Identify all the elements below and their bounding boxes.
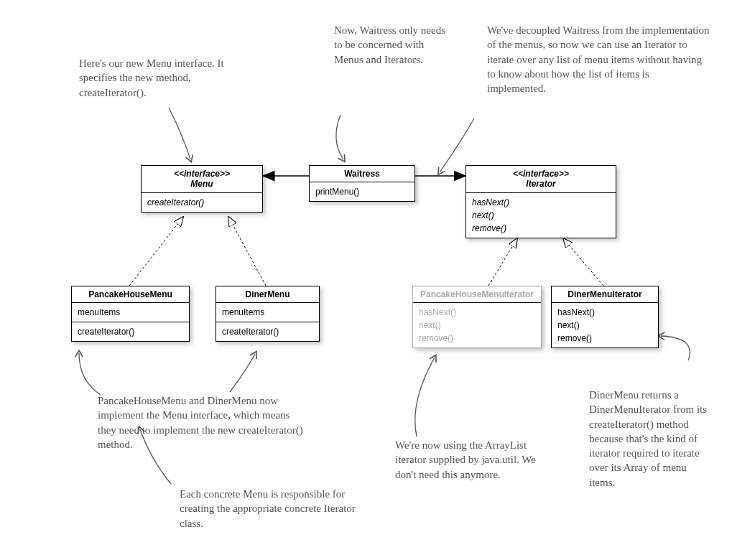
method: remove() [557,332,652,345]
method: hasNext() [557,306,652,319]
method: hasNext() [419,306,535,319]
method: printMenu() [315,185,409,198]
method: hasNext() [472,196,610,209]
method: createIterator() [78,325,183,338]
method: next() [557,319,652,332]
attr: menuItems [222,306,313,319]
attr: menuItems [78,306,183,319]
svg-line-5 [563,238,603,286]
class-name: PancakeHouseMenu [79,289,182,299]
annotation-concrete-menu: Each concrete Menu is responsible for cr… [180,487,374,531]
class-name: PancakeHouseMenuIterator [420,289,534,299]
class-iterator: <<interface>> Iterator hasNext() next() … [465,165,616,238]
class-menu: <<interface>> Menu createIterator() [141,165,263,213]
class-name: Menu [149,179,255,189]
svg-line-3 [228,217,266,286]
class-pancakehousemenuiterator: PancakeHouseMenuIterator hasNext() next(… [412,286,542,348]
class-dinermenu: DinerMenu menuItems createIterator() [216,286,320,342]
method: createIterator() [147,196,256,209]
annotation-decoupled: We've decoupled Waitress from the implem… [487,23,710,95]
annotation-menu-interface: Here's our new Menu interface. It specif… [79,56,259,100]
class-name: DinerMenu [223,289,312,299]
class-name: DinerMenuIterator [559,289,651,299]
annotation-waitress: Now, Waitress only needs to be concerned… [334,23,449,67]
class-pancakehousemenu: PancakeHouseMenu menuItems createIterato… [71,286,190,342]
annotation-dinermenu-returns: DinerMenu returns a DinerMenuIterator fr… [589,388,711,490]
method: next() [472,209,610,222]
method: next() [419,319,535,332]
stereotype: <<interface>> [149,169,255,179]
stereotype: <<interface>> [473,169,608,179]
class-name: Waitress [317,169,407,179]
class-name: Iterator [473,179,608,189]
method: remove() [472,222,610,235]
annotation-implement-menu: PancakeHouseMenu and DinerMenu now imple… [98,393,310,452]
svg-line-2 [129,217,183,286]
annotation-arraylist-iterator: We're now using the ArrayList iterator s… [395,438,539,482]
class-dinermenuiterator: DinerMenuIterator hasNext() next() remov… [551,286,659,348]
svg-line-4 [488,238,517,286]
method: remove() [419,332,535,345]
method: createIterator() [222,325,313,338]
class-waitress: Waitress printMenu() [309,165,415,202]
